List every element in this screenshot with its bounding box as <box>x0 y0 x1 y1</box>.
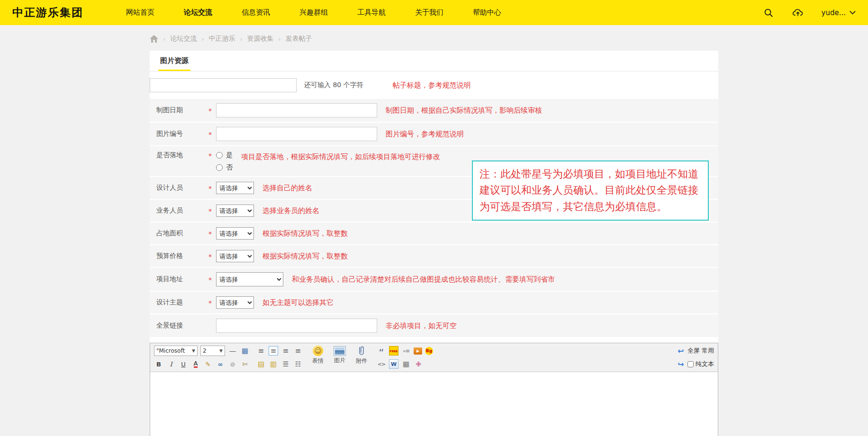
field-hint: 根据实际情况填写，取整数 <box>262 229 348 238</box>
required-fields-note: 注：此处带星号为必填项目，如项目地址不知道建议可以和业务人员确认。目前此处仅全景… <box>472 160 709 221</box>
field-label: 制图日期 <box>156 106 208 115</box>
char-counter: 还可输入 80 个字符 <box>304 81 363 89</box>
form-row-panorama: 全景链接 非必填项目，如无可空 <box>150 314 718 338</box>
float-right-icon[interactable] <box>269 359 278 369</box>
underline-icon[interactable] <box>179 359 188 369</box>
landed-yes-radio[interactable] <box>216 152 223 159</box>
upload-cloud-icon[interactable] <box>792 7 804 18</box>
align-left-icon[interactable] <box>256 346 266 356</box>
blockquote-icon[interactable] <box>377 346 386 356</box>
title-row: 还可输入 80 个字符 帖子标题，参考规范说明 <box>150 71 718 99</box>
field-hint: 和业务员确认，自己记录清楚对后续自己做图提成也比较容易统计、需要填写到省市 <box>292 275 555 284</box>
field-hint: 项目是否落地，根据实际情况填写，如后续项目落地可进行修改 <box>241 152 440 161</box>
float-left-icon[interactable] <box>256 359 266 369</box>
date-input[interactable] <box>216 103 377 117</box>
tab-image-resource[interactable]: 图片资源 <box>160 56 189 71</box>
hidden-content-icon[interactable] <box>414 359 423 369</box>
required-asterisk: * <box>208 276 216 284</box>
attachment-button[interactable]: 附件 <box>353 346 370 365</box>
budget-select[interactable]: 请选择 <box>216 250 254 262</box>
user-menu[interactable]: yude... <box>822 9 856 17</box>
field-label: 占地面积 <box>156 229 208 238</box>
horizontal-rule-icon[interactable] <box>228 346 237 356</box>
form-row-budget: 预算价格 * 请选择 根据实际情况填写，取整数 <box>150 245 718 268</box>
insert-image-button[interactable]: 图片 <box>331 346 348 365</box>
title-hint: 帖子标题，参考规范说明 <box>393 81 471 90</box>
nav-item-help[interactable]: 帮助中心 <box>473 8 501 17</box>
field-hint: 制图日期，根据自己实际情况填写，影响后续审核 <box>386 106 542 115</box>
note-text: 注：此处带星号为必填项目，如项目地址不知道建议可以和业务人员确认。目前此处仅全景… <box>479 166 701 215</box>
insert-table-icon[interactable] <box>240 346 250 356</box>
unordered-list-icon[interactable] <box>293 359 303 369</box>
font-color-icon[interactable] <box>191 359 200 369</box>
redo-icon[interactable] <box>676 359 686 369</box>
align-center-icon[interactable] <box>269 346 278 356</box>
field-hint: 选择业务员的姓名 <box>262 206 319 215</box>
site-logo[interactable]: 中正游乐集团 <box>12 5 83 20</box>
nav-menu: 网站首页 论坛交流 信息资讯 兴趣群组 工具导航 关于我们 帮助中心 <box>126 8 763 17</box>
nav-item-news[interactable]: 信息资讯 <box>242 8 270 17</box>
tab-bar: 图片资源 <box>150 51 718 71</box>
designer-select[interactable]: 请选择 <box>216 182 254 194</box>
emoji-button[interactable]: 表情 <box>309 346 326 365</box>
field-hint: 选择自己的姓名 <box>262 184 312 193</box>
font-family-select[interactable]: "Microsoft▼ <box>154 346 198 356</box>
address-select[interactable]: 请选择 <box>216 272 283 286</box>
field-label: 预算价格 <box>156 252 208 260</box>
breadcrumb: › 论坛交流 › 中正游乐 › 资源收集 › 发表帖子 <box>0 25 868 51</box>
salesperson-select[interactable]: 请选择 <box>216 205 254 217</box>
nav-item-tools[interactable]: 工具导航 <box>357 8 386 17</box>
editor-content-area[interactable] <box>150 372 718 436</box>
field-label: 设计人员 <box>156 184 208 192</box>
required-asterisk: * <box>208 131 216 138</box>
form-row-area: 占地面积 * 请选择 根据实际情况填写，取整数 <box>150 222 718 245</box>
align-right-icon[interactable] <box>281 346 290 356</box>
landed-yes-option[interactable]: 是 <box>216 151 233 160</box>
nav-item-about[interactable]: 关于我们 <box>415 8 443 17</box>
panorama-input[interactable] <box>216 319 377 333</box>
search-icon[interactable] <box>763 7 774 18</box>
code-icon[interactable] <box>377 359 386 369</box>
insert-link-icon[interactable] <box>216 359 225 369</box>
nav-item-forum[interactable]: 论坛交流 <box>184 8 212 17</box>
title-input[interactable] <box>150 78 297 92</box>
breadcrumb-section[interactable]: 中正游乐 <box>208 35 235 43</box>
clear-format-icon[interactable] <box>240 359 250 369</box>
editor-toolbar: "Microsoft▼ 2▼ <box>150 343 718 372</box>
plaintext-label: 纯文本 <box>696 360 714 368</box>
breadcrumb-subforum[interactable]: 资源收集 <box>247 35 274 43</box>
bold-icon[interactable] <box>154 359 163 369</box>
form-row-image-number: 图片编号 * 图片编号，参考规范说明 <box>150 123 718 146</box>
background-color-icon[interactable] <box>425 347 433 355</box>
align-justify-icon[interactable] <box>293 346 303 356</box>
fullscreen-button[interactable]: 全屏 <box>687 347 700 355</box>
nav-item-groups[interactable]: 兴趣群组 <box>299 8 328 17</box>
plaintext-checkbox[interactable] <box>687 361 694 367</box>
common-mode-button[interactable]: 常用 <box>702 347 714 355</box>
landed-no-radio[interactable] <box>216 164 223 171</box>
remove-link-icon[interactable] <box>228 359 237 369</box>
nav-item-home[interactable]: 网站首页 <box>126 8 154 17</box>
italic-icon[interactable] <box>166 359 176 369</box>
ordered-list-icon[interactable] <box>281 359 290 369</box>
area-select[interactable]: 请选择 <box>216 227 254 240</box>
field-label: 是否落地 <box>156 151 208 160</box>
table-icon[interactable] <box>401 359 411 369</box>
insert-media-icon[interactable] <box>414 347 422 355</box>
field-label: 项目地址 <box>156 275 208 284</box>
tab-active-underline <box>158 70 190 71</box>
field-hint: 如无主题可以选择其它 <box>262 298 334 307</box>
image-number-input[interactable] <box>216 127 377 141</box>
free-content-icon[interactable] <box>389 346 398 356</box>
theme-select[interactable]: 请选择 <box>216 296 254 309</box>
home-icon[interactable] <box>150 35 158 43</box>
paste-word-icon[interactable] <box>389 359 398 369</box>
nav-right-area: yude... <box>763 7 856 18</box>
undo-icon[interactable] <box>676 346 686 356</box>
indent-icon[interactable] <box>401 346 411 356</box>
font-size-select[interactable]: 2▼ <box>200 346 225 356</box>
highlight-icon[interactable] <box>203 359 213 369</box>
landed-no-option[interactable]: 否 <box>216 163 233 172</box>
chevron-down-icon <box>850 10 856 15</box>
breadcrumb-forum[interactable]: 论坛交流 <box>170 35 197 43</box>
